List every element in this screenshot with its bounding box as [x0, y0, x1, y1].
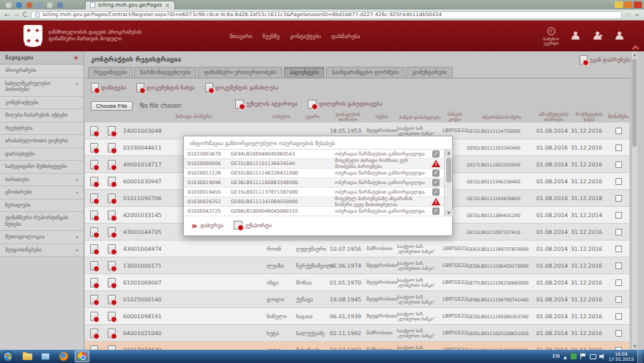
row-checkbox[interactable]: [615, 263, 622, 269]
tab[interactable]: ფინანსური ურთიერთობები: [198, 67, 282, 78]
row-view-icon[interactable]: [108, 244, 116, 254]
sidebar-item[interactable]: წერილები: [0, 199, 84, 213]
sidebar-item[interactable]: შეტყობინებები ▸: [0, 244, 84, 257]
mini-icon-3[interactable]: [26, 2, 32, 8]
modal-scrollbar[interactable]: ▲ ▼: [444, 150, 452, 216]
start-button[interactable]: [3, 351, 14, 362]
row-checkbox[interactable]: [615, 161, 622, 168]
col-check[interactable]: მონიშვნა: [607, 114, 629, 120]
modal-scroll-up-icon[interactable]: ▲: [445, 150, 453, 156]
row-checkbox[interactable]: [615, 279, 622, 286]
sidebar-item[interactable]: სახელშეკრულებო პირობები ▸: [0, 78, 84, 97]
modal-row[interactable]: 01030026352 GE85LB0111341069550000 მოცემ…: [184, 197, 444, 207]
row-checkbox[interactable]: [615, 128, 622, 134]
header-nav-link[interactable]: მთავარი: [229, 33, 252, 40]
view-document-button[interactable]: დოკუმენტის ნახვა: [136, 83, 195, 92]
sidebar-item[interactable]: კონტრაქტები: [0, 97, 84, 110]
volume-icon[interactable]: [599, 353, 605, 359]
row-view-icon[interactable]: [108, 312, 116, 321]
table-row[interactable]: 01017034639 ავთო მახარაძე 23.03.1962 მამ…: [85, 342, 629, 350]
back-icon[interactable]: ←: [4, 11, 10, 18]
show-desktop-button[interactable]: [637, 350, 643, 363]
row-edit-icon[interactable]: [90, 126, 98, 136]
tab-close-icon[interactable]: ×: [165, 3, 170, 8]
user-document-icon[interactable]: [593, 32, 603, 40]
row-edit-icon[interactable]: [90, 177, 98, 186]
table-row[interactable]: 04001021040 ხუტა სალუქვაძე 02.11.1992 მა…: [85, 325, 629, 342]
sidebar-item[interactable]: მეთოდოლოგია ▸: [0, 231, 84, 244]
row-edit-icon[interactable]: [90, 194, 98, 203]
excel-upload-button[interactable]: ექსელის ატვირთვა: [235, 100, 297, 109]
sidebar-item[interactable]: რეესტრები: [0, 122, 84, 136]
sidebar-item[interactable]: დარიცხვები: [0, 148, 84, 161]
modal-row[interactable]: 01050043725 GE66LB1809048045060155 ოპერა…: [184, 207, 444, 216]
action-center-icon[interactable]: [580, 353, 586, 359]
row-view-icon[interactable]: [108, 210, 116, 220]
sidebar-item[interactable]: სამედიცინო შემთხვევები: [0, 161, 84, 174]
main-scrollbar[interactable]: ▲ ▼: [631, 51, 637, 350]
browser-menu-icon[interactable]: ≡: [634, 12, 640, 18]
row-edit-icon[interactable]: [90, 244, 98, 254]
scroll-up-icon[interactable]: ▲: [632, 51, 638, 58]
row-edit-icon[interactable]: [90, 160, 98, 169]
mini-icon-4[interactable]: [37, 2, 42, 8]
network-icon[interactable]: [590, 353, 596, 359]
mini-icon-6[interactable]: [57, 2, 63, 8]
modal-row[interactable]: 01030019096 GE36LB0111160863348000 ოპერა…: [184, 178, 444, 188]
maximize-button[interactable]: [624, 1, 632, 8]
table-row[interactable]: 61001069007 ინგა შონია 01.01.1970 მდედრო…: [85, 274, 629, 291]
row-view-icon[interactable]: [108, 227, 116, 237]
row-checkbox[interactable]: [615, 313, 622, 320]
modal-scroll-down-icon[interactable]: ▼: [445, 210, 453, 216]
table-row[interactable]: 43001004474 როინ ღუდუშაური 10.07.1956 მა…: [85, 241, 629, 257]
clock[interactable]: 16:09 17.01.2015: [609, 351, 634, 362]
back-button[interactable]: უკან დაბრუნება: [580, 55, 632, 65]
collapse-header-icon[interactable]: [633, 45, 638, 50]
col-gender[interactable]: სქესი: [366, 114, 397, 120]
add-button[interactable]: დამატება: [91, 83, 126, 92]
mini-icon-5[interactable]: [47, 2, 53, 8]
browser-tab[interactable]: billing.moh.gov.ge/Pages ×: [85, 1, 175, 10]
scrollbar-thumb[interactable]: [632, 59, 637, 147]
sidebar-item[interactable]: ცნობარები ▸: [0, 186, 84, 199]
row-view-icon[interactable]: [108, 194, 116, 203]
tab[interactable]: პაციენტები: [284, 67, 325, 78]
col-birth-date[interactable]: დაბადების თარიღი: [330, 112, 366, 122]
col-bank-code[interactable]: ბანკის კოდი: [443, 112, 467, 122]
scroll-down-icon[interactable]: ▼: [632, 343, 638, 350]
url-field[interactable]: billing.moh.gov.ge/Pages/Contract/Regist…: [31, 11, 622, 19]
work-page-widget[interactable]: ₾ სამუშაო გვერდი: [544, 27, 559, 45]
col-end-date[interactable]: მოქმედების ვადა: [571, 112, 607, 122]
row-edit-icon[interactable]: [90, 261, 98, 271]
firefox-icon[interactable]: [56, 351, 71, 362]
table-row[interactable]: 01025000140 დოდო ქუჩავა 19.08.1945 მდედრ…: [85, 291, 629, 308]
tab[interactable]: საანგარიშგებო ფორმები: [326, 67, 404, 78]
row-edit-icon[interactable]: [90, 278, 98, 287]
users-icon[interactable]: [615, 32, 625, 40]
antivirus-tray-icon[interactable]: [571, 353, 577, 359]
tab[interactable]: რეკვიზიტები: [88, 67, 133, 78]
user-icon[interactable]: [571, 32, 581, 40]
row-checkbox[interactable]: [615, 144, 622, 151]
row-checkbox[interactable]: [615, 229, 622, 235]
row-checkbox[interactable]: [615, 178, 622, 185]
sidebar-item[interactable]: ფინანსური რეპორტინგის წესები: [0, 212, 84, 231]
reload-icon[interactable]: C: [23, 11, 27, 18]
row-edit-icon[interactable]: [90, 312, 98, 321]
row-edit-icon[interactable]: [90, 227, 98, 237]
header-nav-link[interactable]: დახმარება: [331, 33, 360, 40]
sidebar-collapse-icon[interactable]: «: [74, 54, 78, 62]
header-nav-link[interactable]: კონტაქტები: [290, 33, 322, 40]
media-app-icon[interactable]: [38, 351, 53, 362]
row-edit-icon[interactable]: [90, 295, 98, 304]
row-edit-icon[interactable]: [90, 329, 98, 338]
col-name[interactable]: სახელი: [267, 114, 296, 120]
sidebar-item[interactable]: მიღება-ჩაბარების აქტები: [0, 109, 84, 122]
sidebar-item[interactable]: არასახელობითი ვაუჩერი: [0, 135, 84, 148]
modal-row[interactable]: 01029011128 GE55LB0111146226421000 ოპერა…: [184, 169, 444, 178]
row-view-icon[interactable]: [108, 278, 116, 287]
clear-filter-button[interactable]: ფილტრის გასუფთავება: [308, 100, 382, 109]
modal-export-button[interactable]: ექსპორტი: [234, 221, 272, 230]
row-checkbox[interactable]: [615, 246, 622, 252]
row-view-icon[interactable]: [108, 160, 116, 169]
